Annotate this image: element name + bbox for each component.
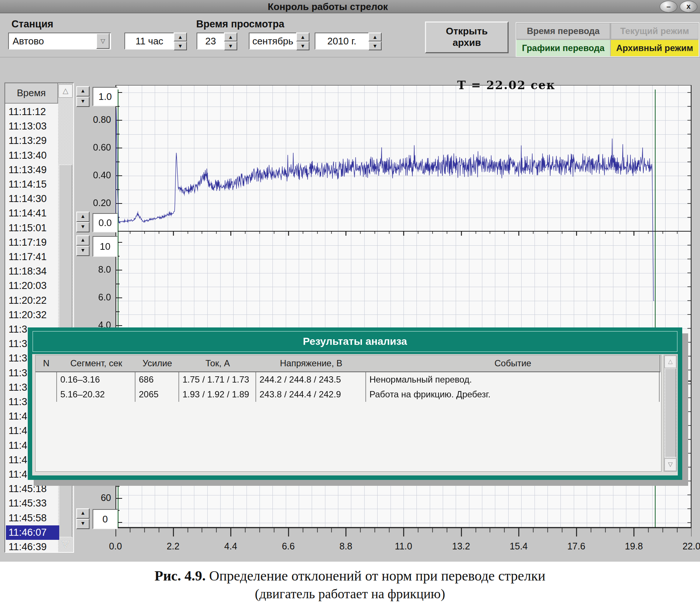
top-scale-min-field[interactable]: 0.0: [93, 213, 118, 232]
x-axis-label: 22.0: [675, 541, 700, 552]
archive-mode-button[interactable]: Архивный режим: [611, 40, 699, 56]
time-list-item[interactable]: 11:45:18: [6, 482, 59, 496]
window-title: Конроль работы стрелок: [0, 1, 656, 13]
results-column-header: Ток, А: [179, 355, 257, 372]
dialog-titlebar[interactable]: Результаты анализа: [33, 331, 677, 352]
results-cell[interactable]: 0.16–3.16: [57, 372, 135, 387]
up-icon: ▲: [76, 508, 90, 519]
up-icon: ▲: [76, 212, 90, 222]
dialog-title: Результаты анализа: [303, 336, 407, 347]
transfer-graphs-button[interactable]: Графики перевода: [516, 40, 610, 56]
x-axis-label: 19.8: [617, 541, 650, 552]
time-list-item[interactable]: 11:13:49: [6, 163, 59, 177]
current-mode-button: Текущий режим: [611, 23, 699, 39]
time-list-item[interactable]: 11:20:22: [6, 293, 59, 308]
station-dropdown-icon[interactable]: ▽: [96, 33, 110, 49]
scroll-down-icon[interactable]: ▽: [59, 538, 72, 549]
results-cell[interactable]: Работа на фрикцию. Дребезг.: [366, 387, 660, 402]
transfer-time-button[interactable]: Время перевода: [516, 23, 610, 39]
time-list-item[interactable]: 11:46:07: [6, 525, 59, 540]
scroll-up-icon[interactable]: △: [58, 84, 73, 98]
results-cell[interactable]: 2065: [135, 387, 179, 402]
x-axis-label: 11.0: [387, 541, 420, 552]
time-list-item[interactable]: 11:14:15: [6, 177, 59, 192]
x-axis-label: 2.2: [157, 541, 190, 552]
time-list-item[interactable]: 11:20:32: [6, 308, 59, 322]
month-field[interactable]: сентябрь: [249, 33, 297, 50]
results-cell[interactable]: 243.8 / 244.4 / 242.9: [256, 387, 366, 402]
minimize-button[interactable]: –: [660, 1, 677, 13]
results-cell[interactable]: 1.93 / 1.92 / 1.89: [179, 387, 256, 402]
y-axis-label: 0.60: [74, 142, 111, 153]
day-down-icon: ▼: [224, 41, 237, 50]
mid-scale-max-field[interactable]: 10: [93, 236, 118, 257]
top-scale-max-field[interactable]: 1.0: [93, 87, 118, 106]
mode-button-group: Время перевода Текущий режим Графики пер…: [516, 22, 699, 57]
down-icon: ▼: [76, 222, 90, 232]
down-icon: ▼: [76, 246, 90, 256]
down-icon: ▼: [76, 519, 90, 529]
bottom-scale-min-field[interactable]: 0: [93, 509, 118, 529]
results-cell[interactable]: 1.75 / 1.71 / 1.73: [179, 372, 256, 387]
time-list-item[interactable]: 11:14:41: [6, 206, 59, 221]
titlebar[interactable]: Конроль работы стрелок – x: [0, 0, 700, 13]
time-column-header[interactable]: Время: [5, 83, 58, 104]
time-list-item[interactable]: 11:46:39: [6, 540, 59, 554]
x-axis-label: 8.8: [329, 541, 362, 552]
station-combobox[interactable]: Автово: [8, 33, 111, 50]
y-axis-label: 0.40: [74, 170, 111, 181]
time-list-item[interactable]: 11:11:12: [6, 105, 59, 119]
results-cell[interactable]: Ненормальный перевод.: [366, 372, 660, 387]
caption-line-1: Рис. 4.9. Определение отклонений от норм…: [0, 568, 700, 584]
results-cell[interactable]: 686: [135, 372, 179, 387]
hour-down-icon: ▼: [174, 41, 187, 50]
results-scroll-down-icon[interactable]: ▽: [664, 458, 676, 471]
y-axis-label: 6.0: [74, 292, 111, 303]
time-list-item[interactable]: 11:17:19: [6, 235, 59, 250]
time-list-item[interactable]: 11:13:40: [6, 148, 59, 163]
time-list-item[interactable]: 11:45:33: [6, 496, 59, 511]
day-field[interactable]: 23: [197, 33, 225, 50]
time-list-item[interactable]: 11:45:58: [6, 511, 59, 525]
hour-stepper[interactable]: ▲▼: [174, 33, 187, 50]
x-axis-label: 6.6: [272, 541, 305, 552]
close-button[interactable]: x: [680, 1, 697, 13]
year-up-icon: ▲: [368, 33, 382, 41]
hour-field[interactable]: 11 час: [124, 33, 174, 50]
toolbar: Станция Автово ▽ Время просмотра 11 час …: [0, 13, 700, 57]
results-scroll-thumb[interactable]: [665, 369, 676, 457]
top-scale-min-stepper[interactable]: ▲▼: [76, 212, 90, 232]
time-list-item[interactable]: 11:18:34: [6, 264, 59, 279]
x-axis-label: 0.0: [99, 541, 132, 552]
time-list-item[interactable]: 11:13:29: [6, 134, 59, 148]
time-list-item[interactable]: 11:15:01: [6, 221, 59, 235]
time-list-item[interactable]: 11:20:03: [6, 279, 59, 293]
results-table: NСегмент, секУсилиеТок, АНапряжение, ВСо…: [35, 355, 662, 472]
open-archive-button[interactable]: Открыть архив: [425, 21, 509, 53]
day-stepper[interactable]: ▲▼: [224, 33, 237, 50]
time-list-item[interactable]: 11:17:41: [6, 250, 59, 264]
year-stepper[interactable]: ▲▼: [368, 33, 382, 50]
results-cell[interactable]: 244.2 / 244.8 / 243.5: [256, 372, 366, 387]
results-scrollbar[interactable]: △ ▽: [664, 355, 677, 472]
results-cell[interactable]: [36, 372, 57, 387]
view-time-label: Время просмотра: [196, 18, 284, 30]
bottom-scale-min-stepper[interactable]: ▲▼: [76, 508, 90, 529]
time-list-item[interactable]: 11:13:03: [6, 119, 59, 134]
transfer-duration-annotation: T = 22.02 сек: [457, 78, 555, 92]
hour-up-icon: ▲: [174, 33, 187, 41]
month-stepper[interactable]: ▲▼: [296, 33, 309, 50]
mid-scale-max-stepper[interactable]: ▲▼: [76, 235, 90, 256]
results-cell[interactable]: 5.16–20.32: [57, 387, 135, 402]
up-icon: ▲: [76, 86, 90, 97]
time-list-item[interactable]: 11:14:30: [6, 192, 59, 206]
up-icon: ▲: [76, 235, 90, 246]
dialog-body: NСегмент, секУсилиеТок, АНапряжение, ВСо…: [32, 354, 678, 475]
results-scroll-up-icon[interactable]: △: [664, 356, 676, 368]
top-scale-max-stepper[interactable]: ▲▼: [76, 86, 90, 107]
results-column-header: Событие: [366, 355, 660, 372]
results-cell[interactable]: [36, 387, 57, 402]
year-field[interactable]: 2010 г.: [315, 33, 369, 50]
down-icon: ▼: [76, 97, 90, 107]
close-icon: x: [686, 2, 690, 10]
